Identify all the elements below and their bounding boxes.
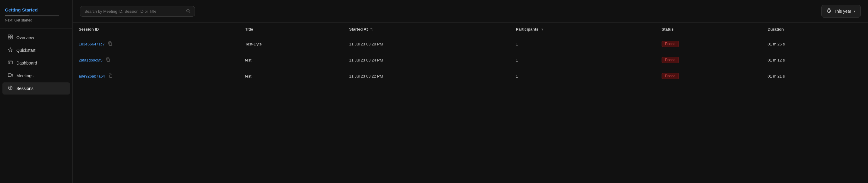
cell-started-at-2: 11 Jul 23 03:22 PM: [343, 68, 510, 84]
col-duration: Duration: [762, 23, 868, 36]
session-id-link-1[interactable]: 2afa1db9c9f5: [79, 58, 102, 62]
started-at-sort-icon: ⇅: [370, 28, 373, 31]
this-year-label: This year: [834, 9, 851, 13]
copy-icon-1[interactable]: [105, 57, 110, 63]
cell-started-at-1: 11 Jul 23 03:24 PM: [343, 52, 510, 68]
cell-session-id-1: 2afa1db9c9f5: [73, 52, 239, 68]
cell-title-1: test: [239, 52, 343, 68]
cell-participants-2: 1: [510, 68, 655, 84]
sidebar-item-meetings[interactable]: Meetings: [2, 70, 70, 82]
cell-status-2: Ended: [655, 68, 762, 84]
svg-rect-18: [107, 59, 110, 61]
main-content: This year ▾ Session ID Title Started At …: [73, 0, 868, 183]
svg-rect-7: [8, 73, 11, 77]
cell-session-id-0: 1e3e566471c7: [73, 36, 239, 52]
sidebar-item-label-overview: Overview: [17, 35, 34, 40]
search-icon: [186, 9, 190, 14]
getting-started-section: Getting Started Next: Get started: [0, 5, 72, 26]
cell-started-at-0: 11 Jul 23 03:28 PM: [343, 36, 510, 52]
col-title: Title: [239, 23, 343, 36]
chevron-down-icon: ▾: [854, 9, 856, 13]
cell-session-id-2: a9e926ab7a64: [73, 68, 239, 84]
overview-icon: [7, 34, 13, 40]
copy-icon-0[interactable]: [108, 41, 112, 47]
table-row: a9e926ab7a64 test 11 Jul 23 03:22 PM 1 E…: [73, 68, 868, 84]
timer-icon: [827, 8, 831, 14]
status-badge-0: Ended: [661, 41, 679, 47]
svg-point-9: [10, 87, 11, 89]
svg-line-15: [189, 11, 190, 13]
cell-duration-0: 01 m 25 s: [762, 36, 868, 52]
svg-rect-1: [10, 35, 12, 37]
session-id-link-2[interactable]: a9e926ab7a64: [79, 74, 105, 79]
cell-participants-0: 1: [510, 36, 655, 52]
svg-rect-19: [110, 75, 112, 78]
svg-rect-3: [10, 37, 12, 39]
status-badge-1: Ended: [661, 57, 679, 63]
quickstart-icon: [7, 47, 13, 53]
session-id-link-0[interactable]: 1e3e566471c7: [79, 42, 105, 47]
sidebar-item-overview[interactable]: Overview: [2, 31, 70, 43]
cell-title-0: Test-Dyte: [239, 36, 343, 52]
sidebar-item-quickstart[interactable]: Quickstart: [2, 44, 70, 56]
sidebar-item-label-sessions: Sessions: [17, 86, 34, 91]
cell-participants-1: 1: [510, 52, 655, 68]
sessions-table-container: Session ID Title Started At ⇅ Participan…: [73, 23, 868, 183]
col-started-at[interactable]: Started At ⇅: [343, 23, 510, 36]
copy-icon-2[interactable]: [108, 73, 113, 79]
this-year-button[interactable]: This year ▾: [822, 5, 861, 18]
sidebar-item-dashboard[interactable]: Dashboard: [2, 57, 70, 69]
svg-rect-2: [8, 37, 10, 39]
col-status: Status: [655, 23, 762, 36]
sidebar-item-label-meetings: Meetings: [17, 73, 34, 78]
cell-status-1: Ended: [655, 52, 762, 68]
col-session-id: Session ID: [73, 23, 239, 36]
svg-rect-0: [8, 35, 10, 37]
sidebar-item-label-quickstart: Quickstart: [17, 48, 35, 53]
svg-rect-4: [8, 61, 12, 64]
progress-bar-fill: [5, 15, 29, 17]
table-body: 1e3e566471c7 Test-Dyte 11 Jul 23 03:28 P…: [73, 36, 868, 84]
sessions-icon: [7, 86, 13, 92]
dashboard-icon: [7, 60, 13, 66]
participants-filter-icon: ▼: [540, 28, 544, 31]
table-header-row: Session ID Title Started At ⇅ Participan…: [73, 23, 868, 36]
progress-bar-track: [5, 15, 59, 17]
col-participants[interactable]: Participants ▼: [510, 23, 655, 36]
table-row: 2afa1db9c9f5 test 11 Jul 23 03:24 PM 1 E…: [73, 52, 868, 68]
cell-title-2: test: [239, 68, 343, 84]
sidebar-item-sessions[interactable]: Sessions: [2, 83, 70, 94]
getting-started-title: Getting Started: [5, 7, 67, 12]
sidebar: Getting Started Next: Get started Overvi…: [0, 0, 73, 183]
cell-duration-1: 01 m 12 s: [762, 52, 868, 68]
table-row: 1e3e566471c7 Test-Dyte 11 Jul 23 03:28 P…: [73, 36, 868, 52]
next-label: Next: Get started: [5, 18, 67, 23]
svg-rect-17: [109, 43, 112, 45]
status-badge-2: Ended: [661, 73, 679, 79]
cell-duration-2: 01 m 21 s: [762, 68, 868, 84]
meetings-icon: [7, 73, 13, 79]
cell-status-0: Ended: [655, 36, 762, 52]
topbar: This year ▾: [73, 0, 868, 23]
sessions-table: Session ID Title Started At ⇅ Participan…: [73, 23, 868, 84]
search-input[interactable]: [85, 9, 184, 13]
sidebar-item-label-dashboard: Dashboard: [17, 61, 37, 65]
search-box[interactable]: [80, 6, 195, 17]
